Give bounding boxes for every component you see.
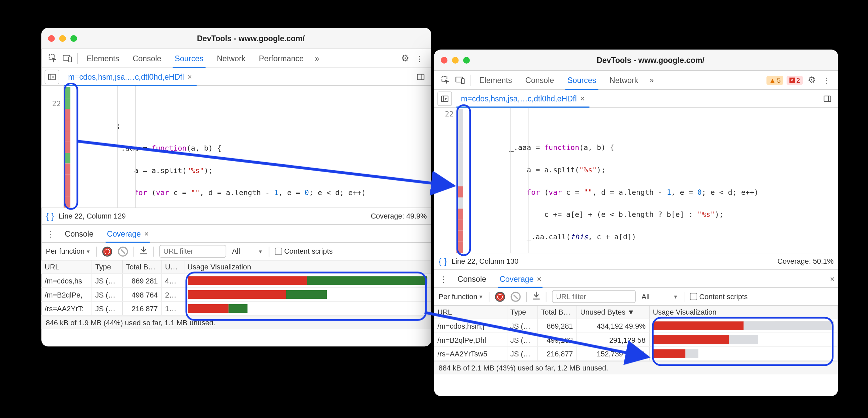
- tab-console[interactable]: Console: [519, 71, 561, 90]
- col-type[interactable]: Type: [507, 306, 537, 319]
- record-button[interactable]: [495, 291, 505, 302]
- drawer-tab-coverage[interactable]: Coverage ×: [101, 225, 154, 242]
- table-row[interactable]: /m=B2qlPe,Dhl JS (… 499,102 291,129 58: [434, 333, 837, 347]
- close-drawer-icon[interactable]: ×: [830, 274, 835, 283]
- col-vis[interactable]: Usage Visualization: [184, 260, 431, 273]
- settings-icon[interactable]: ⚙: [804, 73, 819, 88]
- minimize-icon[interactable]: [452, 57, 459, 63]
- record-button[interactable]: [102, 246, 113, 256]
- drawer-tab-console[interactable]: Console: [59, 225, 99, 242]
- settings-icon[interactable]: ⚙: [398, 51, 412, 66]
- close-tab-icon[interactable]: ×: [580, 94, 585, 103]
- cell-type: JS (…: [92, 302, 122, 316]
- table-row[interactable]: /rs=AA2YrTsw5 JS (… 216,877 152,739 70.4…: [434, 347, 837, 361]
- table-row[interactable]: /m=B2qlPe, JS (… 498 764 293 …: [41, 287, 431, 302]
- device-toggle-icon[interactable]: [60, 51, 75, 66]
- export-button[interactable]: [532, 291, 540, 302]
- editor-status: { } Line 22, Column 129 Coverage: 49.9%: [41, 208, 431, 224]
- col-unused[interactable]: Unused Bytes ▼: [577, 306, 649, 319]
- cursor-position: Line 22, Column 130: [452, 257, 519, 266]
- more-tabs-icon[interactable]: »: [310, 54, 324, 63]
- tab-network[interactable]: Network: [210, 49, 252, 68]
- cell-type: JS (…: [507, 347, 537, 361]
- coverage-header-row: URL Type Total B… Unused Bytes ▼ Usage V…: [434, 306, 837, 319]
- code-lines: _.aaa = function(a, b) { a = a.split("%s…: [463, 108, 838, 253]
- code-editor[interactable]: 22 ; _.aaa = function(a, b) { a = a.spli…: [41, 86, 431, 208]
- kebab-icon[interactable]: ⋮: [412, 51, 427, 66]
- window-title: DevTools - www.google.com/: [77, 34, 425, 43]
- coverage-scope-label: Per function: [46, 247, 85, 255]
- table-row[interactable]: /m=cdos,hsm,j JS (… 869,281 434,192 49.9…: [434, 319, 837, 333]
- type-dropdown[interactable]: All ▼: [232, 247, 263, 255]
- tab-sources[interactable]: Sources: [561, 71, 603, 90]
- open-file-tab[interactable]: m=cdos,hsm,jsa,…c,dtl0hd,eHDfl ×: [64, 68, 196, 85]
- tab-elements[interactable]: Elements: [80, 49, 126, 68]
- content-scripts-checkbox-input[interactable]: [275, 248, 282, 255]
- cell-unused: 434,192 49.9%: [577, 319, 649, 333]
- kebab-icon[interactable]: ⋮: [819, 73, 834, 88]
- drawer-tab-coverage[interactable]: Coverage ×: [494, 270, 547, 287]
- coverage-scope-dropdown[interactable]: Per function ▼: [439, 292, 484, 301]
- type-dropdown[interactable]: All ▼: [642, 292, 678, 301]
- close-icon[interactable]: [441, 57, 447, 63]
- col-url[interactable]: URL: [434, 306, 507, 319]
- maximize-icon[interactable]: [70, 35, 77, 41]
- tab-elements[interactable]: Elements: [472, 71, 519, 90]
- url-filter-input[interactable]: [159, 245, 226, 258]
- pretty-print-icon[interactable]: { }: [439, 256, 447, 267]
- debugger-pane-toggle-icon[interactable]: [413, 70, 428, 84]
- line-number: 22: [434, 109, 454, 120]
- tab-console[interactable]: Console: [126, 49, 168, 68]
- content-scripts-checkbox-input[interactable]: [690, 293, 697, 300]
- coverage-summary: 884 kB of 2.1 MB (43%) used so far, 1.2 …: [434, 361, 838, 375]
- cell-url: /rs=AA2YrTsw5: [434, 347, 507, 361]
- drawer-tab-console[interactable]: Console: [452, 270, 492, 287]
- navigator-toggle-icon[interactable]: [437, 91, 452, 106]
- close-tab-icon[interactable]: ×: [187, 72, 192, 81]
- col-vis[interactable]: Usage Visualization: [649, 306, 838, 319]
- col-url[interactable]: URL: [41, 260, 92, 273]
- close-icon[interactable]: [48, 35, 55, 41]
- table-row[interactable]: /m=cdos,hs JS (… 869 281 435 …: [41, 274, 431, 288]
- content-scripts-checkbox[interactable]: Content scripts: [690, 292, 748, 301]
- tab-sources[interactable]: Sources: [168, 49, 210, 68]
- col-unused[interactable]: U…: [161, 260, 184, 273]
- col-type[interactable]: Type: [92, 260, 122, 273]
- maximize-icon[interactable]: [463, 57, 470, 63]
- drawer-menu-icon[interactable]: ⋮: [44, 229, 57, 238]
- content-scripts-checkbox[interactable]: Content scripts: [275, 247, 333, 255]
- col-total[interactable]: Total B…: [537, 306, 577, 319]
- svg-rect-9: [462, 78, 464, 83]
- tab-network[interactable]: Network: [603, 71, 645, 90]
- warnings-badge[interactable]: ▲5: [767, 76, 783, 85]
- cell-type: JS (…: [92, 274, 122, 288]
- code-editor[interactable]: 22 _.aaa = function(a, b) { a = a.split(…: [434, 108, 838, 253]
- close-drawer-tab-icon[interactable]: ×: [144, 229, 149, 238]
- tab-performance[interactable]: Performance: [252, 49, 311, 68]
- coverage-scope-dropdown[interactable]: Per function ▼: [46, 247, 91, 255]
- titlebar: DevTools - www.google.com/: [434, 49, 838, 71]
- clear-button[interactable]: [118, 246, 128, 256]
- coverage-summary: 846 kB of 1.9 MB (44%) used so far, 1.1 …: [41, 316, 431, 329]
- device-toggle-icon[interactable]: [453, 73, 467, 88]
- inspect-icon[interactable]: [46, 51, 60, 66]
- inspect-icon[interactable]: [439, 73, 453, 88]
- clear-button[interactable]: [511, 291, 521, 302]
- cell-type: JS (…: [507, 319, 537, 333]
- debugger-pane-toggle-icon[interactable]: [820, 91, 835, 106]
- errors-badge[interactable]: ✕2: [787, 76, 803, 85]
- export-button[interactable]: [140, 246, 148, 257]
- minimize-icon[interactable]: [59, 35, 66, 41]
- close-drawer-tab-icon[interactable]: ×: [537, 274, 541, 283]
- table-row[interactable]: /rs=AA2YrT: JS (… 216 877 155 …: [41, 302, 431, 316]
- navigator-toggle-icon[interactable]: [44, 70, 59, 84]
- open-file-tab[interactable]: m=cdos,hsm,jsa,…c,dtl0hd,eHDfl ×: [457, 90, 589, 107]
- drawer-menu-icon[interactable]: ⋮: [437, 274, 450, 283]
- col-total[interactable]: Total B…: [122, 260, 161, 273]
- cell-unused: 435 …: [161, 274, 184, 288]
- more-tabs-icon[interactable]: »: [645, 76, 658, 85]
- url-filter-input[interactable]: [552, 290, 636, 303]
- cell-vis: [649, 319, 838, 333]
- pretty-print-icon[interactable]: { }: [46, 211, 54, 221]
- cell-unused: 155 …: [161, 302, 184, 316]
